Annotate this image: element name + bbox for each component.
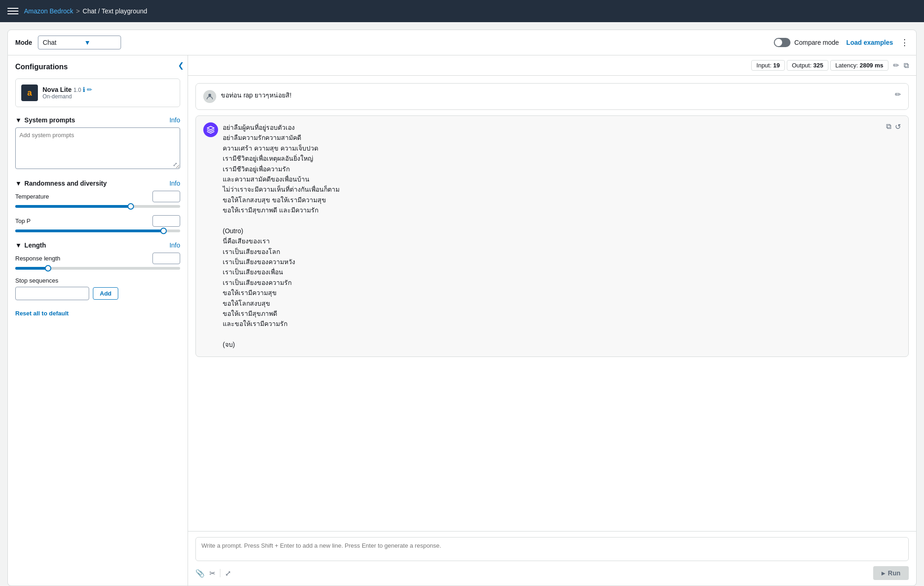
temperature-row: Temperature 0.7 — [15, 191, 180, 208]
ai-message-line: อย่าลืมผู้คนที่อยู่รอบตัวเอง — [223, 122, 881, 133]
chat-messages: ขอท่อน rap ยาวๆหน่อยสิ! ✏ อย่าลืมผู้คนที… — [188, 76, 916, 531]
length-toggle[interactable]: ▼ Length — [15, 242, 46, 249]
ai-message-line: นี่คือเสียงของเรา — [223, 236, 881, 246]
compare-mode-toggle[interactable] — [774, 38, 790, 47]
model-card: a Nova Lite 1.0 ℹ ✏ On-demand — [15, 79, 180, 107]
system-prompts-toggle[interactable]: ▼ System prompts — [15, 116, 75, 124]
length-info[interactable]: Info — [170, 242, 180, 249]
configurations-title: Configurations — [15, 63, 180, 71]
collapse-sidebar-button[interactable]: ❮ — [178, 61, 184, 70]
ai-message-line: และขอให้เรามีความรัก — [223, 319, 881, 329]
length-section: ▼ Length Info Response length 512 — [15, 242, 180, 300]
model-tier: On-demand — [43, 93, 174, 100]
attachment-icon[interactable]: 📎 — [195, 569, 205, 578]
stop-sequences-section: Stop sequences Add — [15, 277, 180, 300]
response-length-row: Response length 512 — [15, 253, 180, 270]
user-message-edit-icon[interactable]: ✏ — [895, 90, 901, 99]
ai-message-line: ขอให้เรามีสุขภาพดี และมีความรัก — [223, 205, 881, 215]
chevron-down-icon: ▼ — [84, 39, 91, 46]
system-prompts-info[interactable]: Info — [170, 116, 180, 124]
add-stop-sequence-button[interactable]: Add — [93, 287, 118, 300]
input-stat: Input: 19 — [751, 60, 785, 71]
user-message: ขอท่อน rap ยาวๆหน่อยสิ! ✏ — [195, 83, 909, 110]
system-prompt-container: ⤢ — [15, 127, 180, 170]
model-name: Nova Lite — [43, 86, 72, 93]
ai-message-line: เราเป็นเสียงของความรัก — [223, 278, 881, 288]
response-length-track[interactable] — [15, 267, 180, 270]
output-stat: Output: 325 — [787, 60, 828, 71]
ai-message-line: ขอให้โลกสงบสุข ขอให้เรามีความสุข — [223, 195, 881, 205]
ai-message-content: อย่าลืมผู้คนที่อยู่รอบตัวเองอย่าลืมความร… — [223, 122, 881, 350]
top-p-fill — [15, 230, 164, 232]
ai-message-line: เราเป็นเสียงของเพื่อน — [223, 267, 881, 277]
input-toolbar: 📎 ✂ ⤢ ▶ Run — [195, 566, 909, 580]
run-button[interactable]: ▶ Run — [873, 566, 909, 580]
edit-icon[interactable]: ✏ — [893, 61, 899, 70]
ai-message: อย่าลืมผู้คนที่อยู่รอบตัวเองอย่าลืมความร… — [195, 115, 909, 357]
refresh-message-icon[interactable]: ↺ — [895, 122, 901, 131]
breadcrumb-brand[interactable]: Amazon Bedrock — [24, 7, 73, 15]
response-length-thumb[interactable] — [45, 265, 51, 272]
reset-defaults-link[interactable]: Reset all to default — [15, 310, 69, 317]
model-version: 1.0 — [73, 87, 81, 93]
more-options-icon[interactable]: ⋮ — [900, 37, 909, 48]
ai-avatar — [203, 122, 218, 137]
ai-message-line: ขอให้เรามีสุขภาพดี — [223, 308, 881, 319]
top-p-row: Top P 0.9 — [15, 215, 180, 232]
tools-icon[interactable]: ✂ — [209, 569, 215, 578]
top-p-track[interactable] — [15, 230, 180, 232]
randomness-label: Randomness and diversity — [24, 180, 107, 187]
load-examples-link[interactable]: Load examples — [846, 39, 893, 46]
input-stat-label: Input: — [756, 62, 772, 69]
ai-message-line: ขอให้โลกสงบสุข — [223, 298, 881, 308]
run-label: Run — [888, 569, 900, 577]
ai-message-line: เรามีชีวิตอยู่เพื่อเหตุผลอันยิ่งใหญ่ — [223, 153, 881, 163]
top-p-input[interactable]: 0.9 — [152, 215, 180, 227]
temperature-input[interactable]: 0.7 — [152, 191, 180, 202]
model-info-icon[interactable]: ℹ — [83, 86, 85, 93]
expand-icon[interactable]: ⤢ — [173, 161, 177, 168]
ai-message-line: อย่าลืมความรักความสามัคดี — [223, 133, 881, 143]
input-divider — [220, 569, 220, 577]
ai-message-line: (Outro) — [223, 226, 881, 236]
mode-select[interactable]: Chat ▼ — [38, 36, 121, 49]
menu-icon[interactable] — [7, 6, 18, 17]
temperature-track[interactable] — [15, 205, 180, 208]
copy-icon[interactable]: ⧉ — [904, 61, 909, 70]
stats-bar: Input: 19 Output: 325 Latency: 2809 ms ✏… — [188, 55, 916, 76]
response-length-input[interactable]: 512 — [152, 253, 180, 264]
main-wrapper: Mode Chat ▼ Compare mode Load examples ⋮… — [0, 22, 924, 586]
output-stat-value: 325 — [813, 62, 823, 69]
compare-toggle: Compare mode — [774, 38, 839, 47]
content-panel: ❮ Configurations a Nova Lite 1.0 ℹ ✏ — [7, 55, 917, 586]
randomness-section: ▼ Randomness and diversity Info Temperat… — [15, 180, 180, 232]
user-avatar — [203, 90, 216, 103]
system-prompts-header: ▼ System prompts Info — [15, 116, 180, 124]
compare-mode-label: Compare mode — [794, 39, 839, 46]
input-tools: 📎 ✂ ⤢ — [195, 569, 231, 578]
response-length-label: Response length — [15, 255, 61, 262]
stop-sequences-input[interactable] — [15, 287, 89, 300]
ai-message-line: และความสามัคดีของเพื่อนบ้าน — [223, 174, 881, 184]
amazon-icon: a — [27, 88, 32, 98]
temperature-label: Temperature — [15, 193, 49, 200]
top-p-thumb[interactable] — [160, 228, 167, 234]
model-edit-icon[interactable]: ✏ — [87, 86, 92, 93]
temperature-thumb[interactable] — [128, 203, 134, 210]
randomness-info[interactable]: Info — [170, 180, 180, 187]
chat-panel: Input: 19 Output: 325 Latency: 2809 ms ✏… — [188, 55, 916, 586]
breadcrumb-separator: > — [76, 7, 80, 15]
system-prompts-input[interactable] — [15, 127, 180, 169]
prompt-input[interactable] — [195, 537, 909, 561]
ai-message-line: (จบ) — [223, 339, 881, 350]
expand-input-icon[interactable]: ⤢ — [225, 569, 231, 578]
triangle-icon-length: ▼ — [15, 242, 22, 249]
ai-message-line: เราเป็นเสียงของความหวัง — [223, 257, 881, 267]
copy-message-icon[interactable]: ⧉ — [886, 122, 891, 131]
input-area: 📎 ✂ ⤢ ▶ Run — [188, 531, 916, 586]
toolbar: Mode Chat ▼ Compare mode Load examples ⋮ — [7, 30, 917, 55]
breadcrumb: Amazon Bedrock > Chat / Text playground — [24, 7, 147, 15]
top-p-label: Top P — [15, 217, 30, 224]
randomness-toggle[interactable]: ▼ Randomness and diversity — [15, 180, 107, 187]
svg-point-0 — [208, 94, 211, 97]
